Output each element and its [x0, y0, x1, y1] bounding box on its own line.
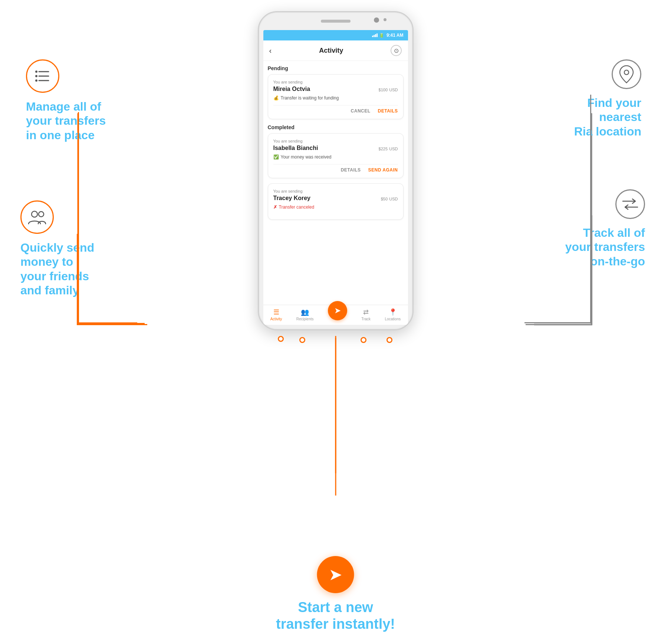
phone-screen: 🔋 9:41 AM ‹ Activity ⊙ Pending You are s… [263, 30, 408, 325]
activity-icon: ☰ [273, 308, 279, 316]
nav-activity-label: Activity [270, 317, 282, 321]
connector-right-bot-v [591, 215, 592, 325]
connector-left-top-v [78, 112, 79, 324]
connector-left-bot-h [77, 324, 147, 325]
section-completed-label: Completed [268, 124, 404, 130]
annotation-track-transfers: Track all ofyour transferson-the-go [565, 189, 645, 268]
card-status-1: 💰 Transfer is waiting for funding [273, 95, 398, 101]
screen-content: Pending You are sending Mireia Octvia $1… [263, 61, 408, 305]
status-bar: 🔋 9:41 AM [263, 30, 408, 40]
dot-locations [387, 337, 392, 343]
transfer-card-isabella: You are sending Isabella Bianchi $225 US… [268, 133, 404, 178]
page-title: Activity [319, 47, 343, 55]
people-icon-circle [20, 200, 54, 234]
send-fab[interactable]: ➤ [328, 301, 347, 320]
svg-point-3 [35, 71, 37, 73]
connector-right-bot-h [526, 324, 592, 325]
card-name-1: Mireia Octvia [273, 86, 310, 92]
track-icon: ⇄ [363, 308, 369, 316]
top-nav: ‹ Activity ⊙ [263, 40, 408, 61]
start-transfer-text: Start a newtransfer instantly! [276, 599, 395, 633]
locations-icon: 📍 [389, 308, 397, 316]
nav-send[interactable]: ➤ [328, 309, 347, 320]
recipients-icon: 👥 [301, 308, 309, 316]
svg-point-6 [32, 211, 37, 217]
cancel-button[interactable]: CANCEL [351, 108, 371, 114]
dot-track [361, 337, 366, 343]
card-sub-2: You are sending [273, 139, 398, 143]
connector-left-bot-v [77, 234, 78, 324]
nav-recipients-label: Recipients [296, 317, 314, 321]
nav-activity[interactable]: ☰ Activity [270, 308, 282, 321]
status-bar-time: 9:41 AM [387, 33, 404, 38]
connector-right-top-h [524, 322, 591, 323]
list-icon-circle [26, 59, 59, 93]
nav-recipients[interactable]: 👥 Recipients [296, 308, 314, 321]
bottom-nav: ☰ Activity 👥 Recipients ➤ ⇄ Track [263, 305, 408, 325]
transfer-card-tracey: You are sending Tracey Korey $50 USD ✗ T… [268, 183, 404, 220]
nav-track[interactable]: ⇄ Track [361, 308, 371, 321]
svg-point-5 [35, 79, 37, 82]
manage-transfers-text: Manage all ofyour transfersin one place [26, 99, 106, 142]
annotation-send-money: Quickly sendmoney toyour friendsand fami… [20, 200, 94, 298]
card-sub-3: You are sending [273, 189, 398, 193]
card-amount-2: $225 USD [379, 145, 398, 151]
card-name-3: Tracey Korey [273, 195, 311, 202]
nav-track-label: Track [361, 317, 371, 321]
battery-icon: 🔋 [379, 33, 384, 38]
card-amount-3: $50 USD [381, 195, 398, 202]
nav-locations-label: Locations [385, 317, 401, 321]
back-button[interactable]: ‹ [269, 46, 272, 55]
connector-bottom-v [335, 336, 336, 473]
card-sub-1: You are sending [273, 80, 398, 84]
card-amount-1: $100 USD [379, 86, 398, 92]
transfer-arrows-circle [615, 189, 645, 219]
card-name-2: Isabella Bianchi [273, 145, 318, 151]
annotation-find-location: Find yournearestRia location [574, 59, 641, 138]
dot-activity [278, 336, 284, 342]
transfer-card-mireia: You are sending Mireia Octvia $100 USD 💰… [268, 74, 404, 119]
details-button-2[interactable]: DETAILS [341, 167, 361, 173]
card-status-3: ✗ Transfer canceled [273, 205, 398, 210]
svg-point-4 [35, 75, 37, 77]
avatar-button[interactable]: ⊙ [391, 45, 402, 56]
section-pending-label: Pending [268, 65, 404, 71]
send-money-text: Quickly sendmoney toyour friendsand fami… [20, 241, 94, 298]
dot-recipients [299, 337, 305, 343]
send-big-fab[interactable]: ➤ [317, 556, 354, 593]
annotation-start-transfer: ➤ Start a newtransfer instantly! [276, 556, 395, 633]
find-location-text: Find yournearestRia location [574, 96, 641, 138]
track-transfers-text: Track all ofyour transferson-the-go [565, 226, 645, 268]
svg-point-7 [39, 212, 44, 217]
annotation-manage-transfers: Manage all ofyour transfersin one place [26, 59, 106, 142]
phone-mockup: 🔋 9:41 AM ‹ Activity ⊙ Pending You are s… [258, 11, 414, 330]
location-pin-circle [612, 59, 641, 89]
send-again-button[interactable]: SEND AGAIN [368, 167, 398, 173]
svg-point-8 [624, 70, 629, 75]
details-button-1[interactable]: DETAILS [378, 108, 398, 114]
nav-locations[interactable]: 📍 Locations [385, 308, 401, 321]
card-status-2: ✅ Your money was received [273, 154, 398, 160]
send-fab-icon: ➤ [334, 306, 341, 316]
